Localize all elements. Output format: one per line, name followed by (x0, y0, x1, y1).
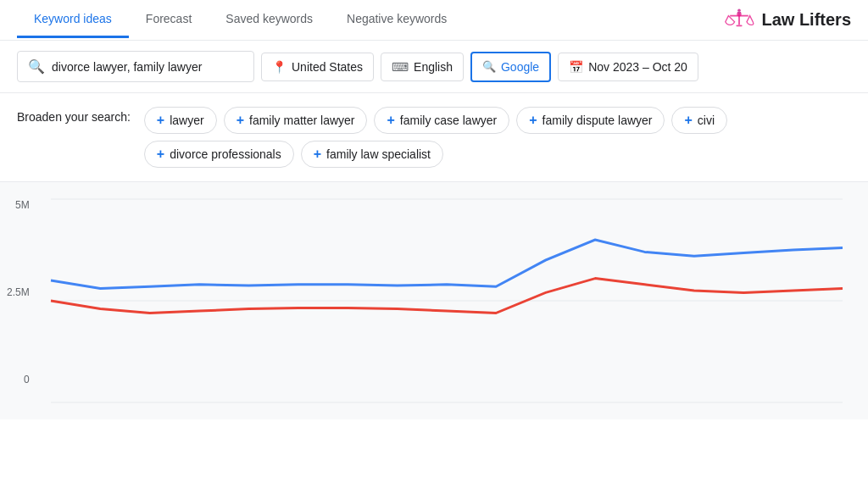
chip-label: lawyer (170, 114, 203, 127)
broaden-label: Broaden your search: (17, 107, 131, 124)
language-filter[interactable]: ⌨ English (381, 53, 464, 81)
logo-text: Law Lifters (761, 10, 851, 30)
nav-tabs: Keyword ideas Forecast Saved keywords Ne… (17, 2, 724, 38)
svg-rect-3 (737, 25, 743, 26)
chip-plus-icon: + (314, 147, 321, 162)
search-bar-row: 🔍 📍 United States ⌨ English 🔍 Google 📅 N… (0, 41, 868, 93)
search-engine-label: Google (501, 60, 539, 74)
chip-plus-icon: + (529, 113, 537, 128)
location-label: United States (292, 60, 363, 74)
chip-civi[interactable]: + civi (671, 107, 727, 134)
date-range-label: Nov 2023 – Oct 20 (588, 60, 687, 74)
top-navigation: Keyword ideas Forecast Saved keywords Ne… (0, 0, 868, 41)
search-engine-filter[interactable]: 🔍 Google (470, 52, 551, 82)
search-input[interactable] (52, 60, 221, 74)
blue-trend-line (51, 240, 843, 289)
chip-plus-icon: + (236, 113, 244, 128)
chip-label: family matter lawyer (249, 114, 354, 127)
broaden-section: Broaden your search: + lawyer + family m… (0, 93, 868, 182)
logo-area: Law Lifters (724, 5, 851, 36)
translate-icon: ⌨ (392, 60, 409, 74)
search-engine-icon: 🔍 (482, 60, 496, 73)
date-range-filter[interactable]: 📅 Nov 2023 – Oct 20 (558, 53, 698, 81)
chip-family-case-lawyer[interactable]: + family case lawyer (374, 107, 509, 134)
y-label-5m: 5M (7, 199, 30, 211)
chip-label: family law specialist (326, 147, 431, 161)
chip-family-law-specialist[interactable]: + family law specialist (301, 141, 443, 168)
chip-divorce-professionals[interactable]: + divorce professionals (144, 141, 294, 168)
chip-plus-icon: + (387, 113, 394, 128)
chip-label: family case lawyer (400, 114, 497, 127)
search-box[interactable]: 🔍 (17, 51, 254, 82)
svg-point-4 (738, 8, 742, 12)
chart-svg (51, 199, 843, 402)
chip-lawyer[interactable]: + lawyer (144, 107, 217, 134)
y-label-0: 0 (7, 374, 30, 385)
chip-plus-icon: + (157, 113, 164, 128)
y-axis-labels: 5M 2.5M 0 (7, 199, 30, 402)
location-icon: 📍 (272, 60, 287, 74)
tab-keyword-ideas[interactable]: Keyword ideas (17, 2, 129, 38)
chip-label: divorce professionals (170, 147, 281, 161)
chart-area: 5M 2.5M 0 (0, 182, 868, 419)
location-filter[interactable]: 📍 United States (261, 53, 374, 81)
chip-label: civi (698, 114, 715, 127)
tab-saved-keywords[interactable]: Saved keywords (209, 2, 330, 38)
chip-label: family dispute lawyer (542, 114, 653, 127)
search-icon: 🔍 (28, 58, 45, 75)
calendar-icon: 📅 (569, 60, 583, 74)
chip-family-matter-lawyer[interactable]: + family matter lawyer (224, 107, 368, 134)
logo-icon (724, 5, 754, 36)
broaden-chips: + lawyer + family matter lawyer + family… (144, 107, 851, 168)
chart-container: 5M 2.5M 0 (51, 199, 843, 402)
y-label-2-5m: 2.5M (7, 286, 30, 298)
chip-plus-icon: + (684, 113, 692, 128)
tab-forecast[interactable]: Forecast (129, 2, 209, 38)
language-label: English (414, 60, 453, 74)
chip-family-dispute-lawyer[interactable]: + family dispute lawyer (516, 107, 665, 134)
chip-plus-icon: + (157, 147, 164, 162)
tab-negative-keywords[interactable]: Negative keywords (330, 2, 464, 38)
